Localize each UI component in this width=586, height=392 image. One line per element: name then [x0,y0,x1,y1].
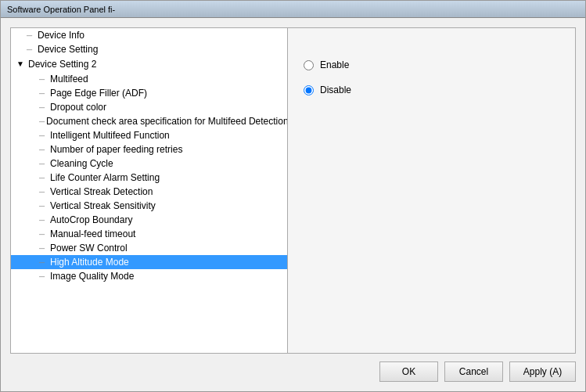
tree-item-intelligent-multifeed[interactable]: ─Intelligent Multifeed Function [11,128,287,142]
expand-icon: ▼ [14,58,27,70]
tree-item-label: Dropout color [50,102,106,113]
tree-item-document-check[interactable]: ─Document check area specification for M… [11,114,287,128]
tree-item-page-edge-filler[interactable]: ─Page Edge Filler (ADF) [11,86,287,100]
tree-item-label: Document check area specification for Mu… [46,116,288,127]
tree-item-label: Power SW Control [50,243,128,254]
tree-item-label: Device Setting 2 [28,59,96,70]
tree-line-prefix: ─ [27,31,36,40]
radio-label-disable: Disable [320,85,351,95]
tree-item-label: Vertical Streak Detection [50,186,153,197]
tree-line-prefix: ─ [39,174,49,182]
tree-line-prefix: ─ [39,89,49,98]
tree-item-autocrop-boundary[interactable]: ─AutoCrop Boundary [11,213,287,227]
tree-line-prefix: ─ [39,216,49,225]
tree-line-prefix: ─ [39,103,49,112]
tree-item-power-sw-control[interactable]: ─Power SW Control [11,241,287,255]
tree-item-device-setting[interactable]: ─Device Setting [11,42,287,56]
button-bar: OK Cancel Apply (A) [10,354,576,382]
tree-item-label: High Altitude Mode [50,257,129,268]
tree-item-multifeed[interactable]: ─Multifeed [11,72,287,86]
tree-line-prefix: ─ [39,75,49,84]
tree-line-prefix: ─ [39,160,49,168]
tree-item-paper-feeding[interactable]: ─Number of paper feeding retries [11,142,287,156]
tree-line-prefix: ─ [39,230,49,239]
tree-item-label: Device Setting [38,44,98,55]
tree-line-prefix: ─ [39,117,45,126]
tree-item-label: Multifeed [50,74,88,85]
tree-item-label: AutoCrop Boundary [50,214,132,225]
radio-item-enable[interactable]: Enable [304,59,559,70]
main-area: ─Device Info─Device Setting▼Device Setti… [10,27,576,354]
radio-group: EnableDisable [304,52,559,95]
tree-item-label: Page Edge Filler (ADF) [50,88,147,99]
radio-input-enable[interactable] [304,60,314,70]
window-content: ─Device Info─Device Setting▼Device Setti… [1,18,585,391]
radio-label-enable: Enable [320,59,349,70]
title-bar-text: Software Operation Panel fi- [7,5,115,14]
tree-panel: ─Device Info─Device Setting▼Device Setti… [10,27,288,354]
tree-item-cleaning-cycle[interactable]: ─Cleaning Cycle [11,156,287,171]
cancel-button[interactable]: Cancel [444,361,503,382]
radio-item-disable[interactable]: Disable [304,85,559,95]
tree-item-dropout-color[interactable]: ─Dropout color [11,100,287,114]
tree-line-prefix: ─ [39,258,49,267]
tree-item-label: Image Quality Mode [50,271,134,282]
tree-line-prefix: ─ [27,45,36,54]
tree-line-prefix: ─ [39,146,49,154]
tree-item-label: Cleaning Cycle [50,158,113,169]
tree-item-device-info[interactable]: ─Device Info [11,28,287,42]
tree-line-prefix: ─ [39,272,49,281]
tree-item-manual-feed-timeout[interactable]: ─Manual-feed timeout [11,227,287,241]
tree-item-vertical-streak-sensitivity[interactable]: ─Vertical Streak Sensitivity [11,199,287,213]
title-bar: Software Operation Panel fi- [1,1,585,18]
main-window: Software Operation Panel fi- ─Device Inf… [0,0,586,392]
tree-item-image-quality-mode[interactable]: ─Image Quality Mode [11,269,287,283]
tree-item-device-setting-2[interactable]: ▼Device Setting 2 [11,56,287,72]
right-panel: EnableDisable [288,27,576,354]
tree-item-life-counter[interactable]: ─Life Counter Alarm Setting [11,171,287,185]
ok-button[interactable]: OK [379,361,438,382]
tree-item-label: Number of paper feeding retries [50,144,182,155]
tree-item-high-altitude-mode[interactable]: ─High Altitude Mode [11,255,287,269]
tree-line-prefix: ─ [39,202,49,210]
apply-button[interactable]: Apply (A) [509,361,576,382]
tree-line-prefix: ─ [39,188,49,196]
tree-item-label: Life Counter Alarm Setting [50,172,160,183]
tree-item-label: Device Info [38,30,84,41]
tree-item-label: Manual-feed timeout [50,228,135,239]
tree-item-label: Intelligent Multifeed Function [50,130,170,141]
radio-input-disable[interactable] [304,85,314,95]
tree-item-vertical-streak-detection[interactable]: ─Vertical Streak Detection [11,185,287,199]
tree-line-prefix: ─ [39,131,49,140]
tree-item-label: Vertical Streak Sensitivity [50,200,156,211]
tree-line-prefix: ─ [39,244,49,253]
